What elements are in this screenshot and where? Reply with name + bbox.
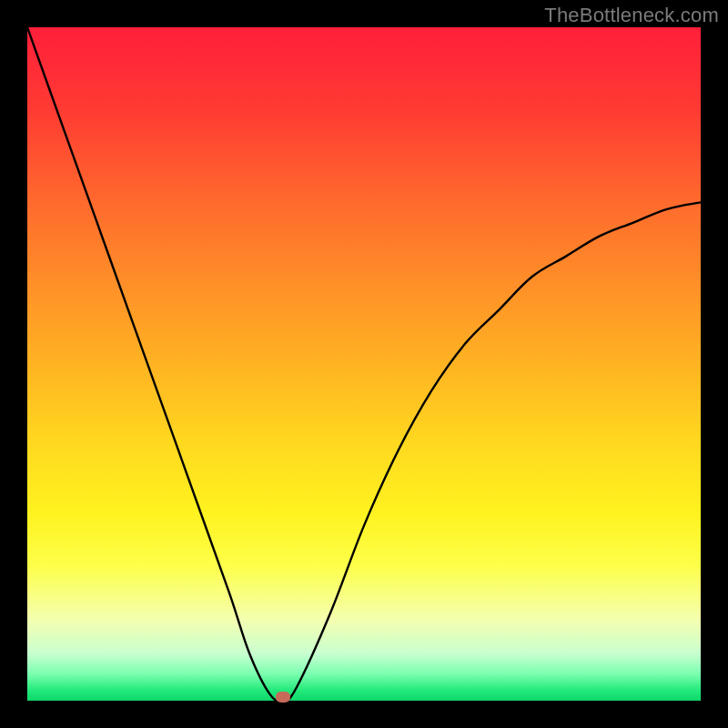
minimum-marker-icon	[276, 692, 290, 703]
watermark-text: TheBottleneck.com	[544, 4, 719, 27]
chart-plot-area	[27, 27, 701, 701]
bottleneck-curve	[27, 27, 701, 701]
chart-frame: TheBottleneck.com	[0, 0, 728, 728]
